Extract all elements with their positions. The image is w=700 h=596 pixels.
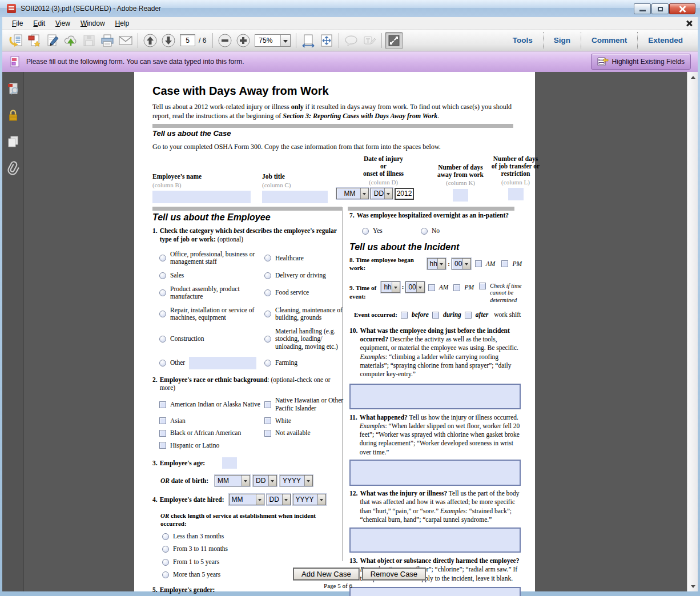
pages-copy-button[interactable]	[5, 134, 21, 150]
remove-case-button[interactable]: Remove Case	[363, 568, 425, 580]
job-category-option[interactable]: Delivery or driving	[264, 272, 350, 280]
race-option[interactable]: White	[264, 417, 356, 425]
race-option[interactable]: Asian	[159, 417, 262, 425]
birth-day-select[interactable]: DD	[253, 475, 277, 486]
birth-year-select[interactable]: YYYY	[280, 475, 313, 486]
menu-help[interactable]: Help	[110, 18, 135, 29]
event-after-checkbox[interactable]: after	[465, 311, 488, 319]
job-title-input[interactable]	[262, 191, 328, 203]
comment-button[interactable]	[342, 32, 360, 49]
event-hour-select[interactable]: hh	[381, 281, 400, 293]
vertical-scrollbar[interactable]	[687, 72, 698, 591]
highlight-fields-button[interactable]: Highlight Existing Fields	[591, 54, 691, 70]
reading-mode-button[interactable]	[385, 32, 403, 49]
open-file-button[interactable]	[7, 32, 25, 49]
question-4: 4. Employee's date hired: MM DD YYYY	[152, 494, 341, 505]
other-category-input[interactable]	[189, 357, 256, 369]
q11-answer-textarea[interactable]	[349, 460, 521, 486]
menu-file[interactable]: File	[7, 18, 28, 29]
fit-page-button[interactable]	[317, 32, 336, 49]
service-length-option[interactable]: Less than 3 months	[162, 533, 341, 541]
employee-age-input[interactable]	[222, 457, 237, 469]
hired-month-select[interactable]: MM	[229, 494, 264, 505]
service-length-option[interactable]: From 1 to 5 years	[162, 558, 341, 566]
q12-answer-textarea[interactable]	[349, 527, 521, 553]
print-button[interactable]	[98, 32, 116, 49]
next-page-button[interactable]	[159, 32, 178, 49]
injury-year-input[interactable]: 2012	[395, 188, 414, 200]
service-length-option[interactable]: From 3 to 11 months	[162, 545, 341, 553]
fit-width-button[interactable]	[299, 32, 317, 49]
page-thumbnails-button[interactable]	[5, 81, 21, 97]
hide-menubar-close-icon[interactable]	[686, 21, 692, 26]
save-button[interactable]	[80, 32, 98, 49]
highlight-fields-label: Highlight Existing Fields	[612, 58, 685, 66]
tab-comment[interactable]: Comment	[581, 36, 637, 45]
job-category-option[interactable]: Cleaning, maintenance of building, groun…	[264, 307, 350, 322]
radio-icon	[159, 289, 166, 296]
race-option[interactable]: Hispanic or Latino	[159, 442, 262, 450]
job-category-option[interactable]: Material handling (e.g. stocking, loadin…	[264, 328, 350, 351]
zoom-in-button[interactable]	[234, 32, 252, 49]
close-button[interactable]	[669, 3, 695, 14]
job-category-option[interactable]: Repair, installation or service of machi…	[159, 307, 262, 322]
event-before-checkbox[interactable]: before	[401, 311, 429, 319]
text-callout-button[interactable]	[360, 32, 379, 49]
attachments-button[interactable]	[5, 160, 21, 176]
hired-year-select[interactable]: YYYY	[293, 494, 326, 505]
scroll-down-button[interactable]	[687, 582, 698, 591]
job-category-option[interactable]: Office, professional, business or manage…	[159, 251, 262, 266]
began-pm-checkbox[interactable]: PM	[501, 260, 522, 268]
injury-day-select[interactable]: DD	[371, 188, 393, 199]
tab-sign[interactable]: Sign	[544, 36, 581, 45]
employee-name-input[interactable]	[152, 191, 251, 203]
zoom-out-button[interactable]	[216, 32, 234, 49]
began-minute-select[interactable]: 00	[452, 258, 471, 269]
birth-month-select[interactable]: MM	[215, 475, 250, 486]
minimize-button[interactable]	[634, 3, 651, 14]
race-option[interactable]: Not available	[264, 429, 356, 437]
event-am-checkbox[interactable]: AM	[428, 281, 449, 292]
injury-month-select[interactable]: MM	[336, 188, 369, 199]
job-category-option[interactable]: Farming	[264, 359, 350, 367]
comment-bubble-icon	[344, 34, 359, 47]
create-pdf-button[interactable]	[25, 32, 43, 49]
event-during-checkbox[interactable]: during	[432, 311, 461, 319]
q10-answer-textarea[interactable]	[349, 384, 521, 409]
race-option[interactable]: American Indian or Alaska Native	[159, 401, 262, 409]
days-away-input[interactable]	[453, 189, 468, 202]
add-new-case-button[interactable]: Add New Case	[293, 568, 359, 580]
began-am-checkbox[interactable]: AM	[475, 260, 496, 268]
scroll-up-button[interactable]	[687, 72, 698, 82]
job-category-option[interactable]: Construction	[159, 335, 262, 343]
menu-view[interactable]: View	[50, 18, 75, 29]
menu-window[interactable]: Window	[75, 18, 110, 29]
tab-tools[interactable]: Tools	[502, 36, 543, 45]
event-minute-select[interactable]: 00	[405, 281, 424, 293]
job-category-option[interactable]: Food service	[264, 289, 350, 297]
race-option[interactable]: Native Hawaiian or Other Pacific Islande…	[264, 397, 356, 412]
race-option[interactable]: Black or African American	[159, 429, 262, 437]
tab-extended[interactable]: Extended	[638, 36, 693, 45]
days-transfer-input[interactable]	[508, 188, 524, 200]
job-category-option[interactable]: Product assembly, product manufacture	[159, 285, 262, 301]
security-settings-button[interactable]	[5, 107, 21, 123]
zoom-level-select[interactable]: 75%	[255, 34, 291, 47]
job-category-option-other[interactable]: Other	[159, 357, 262, 369]
hospitalized-option-no[interactable]: No	[421, 227, 440, 235]
began-hour-select[interactable]: hh	[427, 258, 446, 269]
menu-edit[interactable]: Edit	[28, 18, 50, 29]
sign-document-button[interactable]	[43, 32, 62, 49]
time-undetermined-checkbox[interactable]: Check if time cannot be determined	[479, 281, 522, 304]
restore-button[interactable]	[651, 3, 669, 14]
page-number-input[interactable]: 5	[180, 34, 195, 46]
previous-page-button[interactable]	[141, 32, 159, 49]
job-category-option[interactable]: Sales	[159, 272, 262, 280]
page-footer: Page 5 of 6	[134, 582, 542, 590]
email-button[interactable]	[116, 32, 135, 49]
cloud-upload-button[interactable]	[62, 32, 80, 49]
event-pm-checkbox[interactable]: PM	[453, 281, 474, 292]
hired-day-select[interactable]: DD	[267, 494, 291, 505]
hospitalized-option-yes[interactable]: Yes	[362, 227, 421, 235]
job-category-option[interactable]: Healthcare	[264, 255, 350, 263]
